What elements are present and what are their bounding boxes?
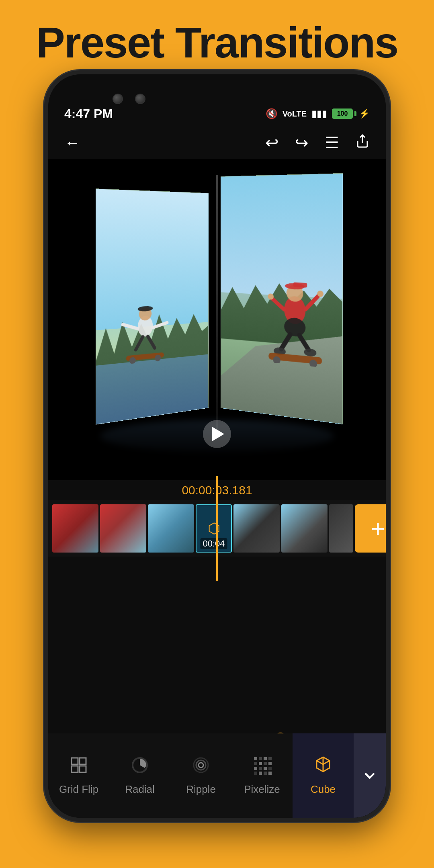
nav-item-ripple[interactable]: Ripple [170, 733, 231, 818]
svg-line-16 [305, 294, 319, 310]
nav-item-radial[interactable]: Radial [109, 733, 170, 818]
nav-label-radial: Radial [125, 783, 155, 796]
transition-icon: ⬡ [208, 520, 220, 537]
toolbar-left: ← [64, 134, 80, 152]
svg-line-7 [148, 336, 155, 349]
nav-chevron[interactable] [354, 733, 386, 818]
clip-time: 00:04 [200, 538, 227, 549]
svg-line-21 [299, 335, 309, 350]
nav-label-grid-flip: Grid Flip [59, 783, 98, 796]
camera-dot-left [113, 94, 123, 104]
svg-rect-36 [264, 757, 267, 760]
svg-rect-49 [268, 772, 272, 775]
svg-line-15 [271, 297, 284, 309]
svg-rect-14 [293, 283, 307, 288]
clip-3[interactable] [148, 504, 194, 553]
cube-face-left [96, 188, 209, 425]
nav-item-cube[interactable]: Cube [293, 733, 354, 818]
skater-right-figure [258, 262, 334, 368]
svg-rect-45 [268, 767, 272, 770]
phone-frame: 4:47 PM 🔇 VoLTE ▮▮▮ 100 ⚡ ← [44, 70, 390, 822]
svg-rect-39 [264, 762, 267, 765]
svg-rect-29 [72, 766, 78, 772]
clip-7[interactable] [329, 504, 353, 553]
redo-icon: ↪ [295, 133, 309, 152]
status-time: 4:47 PM [64, 106, 113, 121]
svg-rect-43 [268, 757, 272, 760]
skater-left-figure [113, 294, 176, 380]
toolbar: ← ↩ ↪ ☰ [64, 129, 370, 157]
cube-icon [313, 755, 333, 779]
svg-line-20 [281, 334, 290, 350]
back-icon: ← [64, 134, 80, 152]
svg-rect-47 [259, 772, 262, 775]
battery-body: 100 [332, 108, 353, 119]
svg-rect-48 [264, 772, 267, 775]
svg-rect-40 [254, 767, 257, 770]
battery-level: 100 [337, 110, 348, 117]
clip-1[interactable] [52, 504, 98, 553]
phone-screen: 4:47 PM 🔇 VoLTE ▮▮▮ 100 ⚡ ← [48, 74, 386, 818]
page-title: Preset Transitions [36, 17, 398, 68]
svg-rect-35 [259, 757, 262, 760]
toolbar-right: ↩ ↪ ☰ [265, 133, 370, 152]
mute-icon: 🔇 [266, 108, 278, 119]
svg-rect-42 [264, 767, 267, 770]
menu-button[interactable]: ☰ [325, 133, 339, 152]
radial-icon [130, 755, 149, 779]
svg-point-23 [304, 348, 316, 357]
back-button[interactable]: ← [64, 134, 80, 152]
pixelize-icon [252, 755, 272, 779]
camera-area [113, 94, 145, 104]
clip-2[interactable] [100, 504, 146, 553]
svg-rect-30 [80, 766, 86, 772]
share-button[interactable] [355, 134, 370, 152]
phone-volume-button [386, 215, 390, 247]
menu-icon: ☰ [325, 133, 339, 152]
nav-label-cube: Cube [311, 783, 336, 796]
undo-button[interactable]: ↩ [265, 133, 279, 152]
svg-rect-46 [254, 772, 257, 775]
share-icon [355, 134, 370, 152]
battery-tip [354, 111, 356, 116]
clip-6[interactable] [281, 504, 328, 553]
svg-point-31 [199, 763, 203, 768]
svg-line-4 [123, 323, 138, 330]
add-clip-button[interactable]: + [355, 504, 386, 553]
cube-face-right [221, 173, 343, 424]
nav-item-grid-flip[interactable]: Grid Flip [48, 733, 109, 818]
nav-item-pixelize[interactable]: Pixelize [231, 733, 293, 818]
play-button[interactable] [203, 420, 231, 448]
bottom-nav: Grid Flip Radial [48, 733, 386, 818]
video-preview [48, 159, 386, 480]
svg-rect-41 [259, 767, 262, 770]
undo-icon: ↩ [265, 133, 279, 152]
battery-indicator: 100 ⚡ [332, 108, 370, 119]
status-icons: 🔇 VoLTE ▮▮▮ 100 ⚡ [266, 108, 370, 119]
svg-line-5 [153, 323, 167, 328]
ripple-icon [191, 755, 211, 779]
charging-icon: ⚡ [359, 108, 370, 119]
svg-rect-44 [268, 762, 272, 765]
clip-5[interactable] [233, 504, 280, 553]
clip-transition[interactable]: ⬡ 00:04 [196, 504, 232, 553]
nav-label-pixelize: Pixelize [244, 783, 280, 796]
svg-rect-27 [72, 758, 78, 764]
svg-point-17 [268, 293, 274, 300]
cube-edge-line [217, 175, 218, 435]
svg-rect-28 [80, 758, 86, 764]
volte-icon: VoLTE [283, 109, 307, 119]
camera-dot-right [135, 94, 145, 104]
playhead-line [216, 476, 218, 581]
redo-button[interactable]: ↪ [295, 133, 309, 152]
svg-rect-38 [259, 762, 262, 765]
svg-rect-34 [254, 757, 257, 760]
signal-icon: ▮▮▮ [311, 108, 327, 119]
empty-area [48, 557, 386, 733]
svg-line-6 [136, 337, 143, 350]
plus-icon: + [371, 515, 385, 542]
grid-flip-icon [69, 755, 88, 779]
nav-label-ripple: Ripple [186, 783, 216, 796]
status-bar: 4:47 PM 🔇 VoLTE ▮▮▮ 100 ⚡ [64, 103, 370, 124]
svg-rect-37 [254, 762, 257, 765]
